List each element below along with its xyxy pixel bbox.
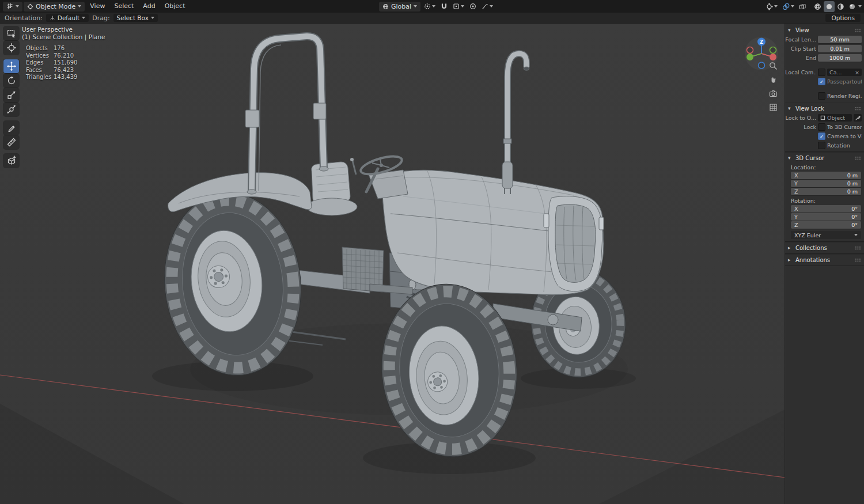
collapse-arrow-icon	[788, 28, 793, 33]
select-box-icon	[6, 28, 17, 39]
editor-type-button[interactable]	[3, 2, 22, 12]
collapse-arrow-icon	[788, 245, 793, 251]
proportional-falloff-dropdown[interactable]	[480, 1, 495, 12]
viewport-editor-icon	[6, 3, 13, 10]
magnet-icon	[441, 3, 448, 10]
ortho-grid-icon	[769, 103, 778, 112]
tool-select-box-button[interactable]	[3, 26, 19, 40]
render-region-label: Render Regi...	[827, 93, 862, 99]
section-annotations-header[interactable]: Annotations	[785, 255, 864, 264]
snap-target-dropdown[interactable]	[451, 1, 466, 12]
chevron-down-icon	[858, 5, 862, 7]
axes-icon	[50, 15, 55, 21]
section-3d-cursor-title: 3D Cursor	[795, 155, 824, 161]
stat-label: Edges	[26, 59, 52, 67]
orientation-label: Orientation:	[5, 14, 43, 22]
tool-annotate-button[interactable]	[3, 121, 19, 135]
passepartout-checkbox[interactable]	[818, 78, 825, 85]
local-camera-checkbox[interactable]	[818, 69, 825, 76]
menu-object[interactable]: Object	[161, 0, 190, 13]
hand-icon	[769, 75, 778, 84]
gizmo-x-axis[interactable]	[770, 54, 776, 60]
lock-to-object-field[interactable]: Object	[818, 114, 852, 122]
section-view-lock-header[interactable]: View Lock	[785, 104, 864, 113]
shading-material-button[interactable]	[835, 1, 846, 12]
section-view: View Focal Len... 50 mm Clip Start 0.01 …	[785, 25, 864, 103]
tool-measure-button[interactable]	[3, 135, 19, 149]
toggle-xray-button[interactable]	[797, 1, 808, 12]
local-camera-field[interactable]: Ca...	[827, 69, 862, 76]
eyedropper-icon[interactable]	[854, 114, 862, 122]
rotate-tool-icon	[6, 75, 17, 86]
clear-icon[interactable]	[855, 69, 859, 75]
shading-rendered-button[interactable]	[847, 1, 858, 12]
clip-end-field[interactable]: 1000 m	[818, 54, 862, 62]
show-gizmo-dropdown[interactable]	[764, 1, 779, 12]
tool-add-cube-button[interactable]	[3, 154, 19, 168]
options-button[interactable]: Options	[825, 14, 861, 22]
viewport-canvas[interactable]	[0, 24, 864, 504]
tool-scale-button[interactable]	[3, 88, 19, 102]
section-collections-header[interactable]: Collections	[785, 243, 864, 252]
annotate-tool-icon	[6, 123, 17, 133]
mode-label: Object Mode	[36, 3, 75, 10]
drag-grip-icon[interactable]	[855, 258, 861, 262]
lock-rotation-checkbox[interactable]	[818, 142, 825, 149]
tool-move-button[interactable]	[3, 59, 19, 73]
proportional-editing-toggle[interactable]	[468, 1, 478, 12]
render-region-checkbox[interactable]	[818, 92, 825, 100]
axis-label: Z	[794, 222, 798, 228]
section-3d-cursor: 3D Cursor Location: X 0 m Y 0 m Z 0 m Ro…	[785, 152, 864, 242]
cursor-rotation-y-field[interactable]: Y 0°	[791, 213, 861, 221]
show-overlays-icon	[782, 3, 790, 10]
local-camera-row: Local Cam... Ca...	[785, 68, 862, 77]
menu-add[interactable]: Add	[139, 0, 159, 13]
viewport-3d[interactable]: User Perspective (1) Scene Collection | …	[0, 24, 864, 504]
drag-grip-icon[interactable]	[855, 28, 861, 32]
tool-cursor-button[interactable]	[3, 41, 19, 55]
gizmo-z-label: Z	[760, 39, 763, 45]
pivot-point-icon	[424, 3, 431, 10]
pivot-point-dropdown[interactable]	[422, 1, 437, 12]
mode-dropdown[interactable]: Object Mode	[24, 2, 85, 12]
shading-solid-button[interactable]	[824, 1, 835, 12]
gizmo-y-axis[interactable]	[746, 54, 753, 60]
transform-orientation-dropdown[interactable]: Global	[379, 2, 420, 12]
lock-to-3d-cursor-checkbox[interactable]	[818, 123, 825, 131]
section-view-header[interactable]: View	[785, 25, 864, 35]
scene-statistics: Objects176 Vertices76,210 Edges151,690 F…	[26, 45, 77, 81]
cursor-location-y-field[interactable]: Y 0 m	[791, 180, 861, 187]
rotation-mode-dropdown[interactable]: XYZ Euler	[791, 231, 861, 239]
camera-view-button[interactable]	[768, 88, 778, 98]
gizmo-y-negative[interactable]	[770, 47, 776, 54]
drag-dropdown[interactable]: Select Box	[113, 14, 158, 22]
cursor-rotation-x-field[interactable]: X 0°	[791, 205, 861, 213]
cursor-location-z-field[interactable]: Z 0 m	[791, 188, 861, 195]
gizmo-z-negative[interactable]	[759, 62, 765, 69]
cursor-rotation-z-field[interactable]: Z 0°	[791, 221, 861, 229]
section-3d-cursor-header[interactable]: 3D Cursor	[785, 153, 864, 162]
stat-value: 76,423	[54, 67, 77, 74]
object-icon	[820, 115, 825, 120]
cursor-location-x-field[interactable]: X 0 m	[791, 172, 861, 179]
shading-wireframe-button[interactable]	[812, 1, 823, 12]
toggle-perspective-button[interactable]	[768, 102, 778, 112]
tool-transform-button[interactable]	[3, 103, 19, 116]
menu-view[interactable]: View	[86, 0, 109, 13]
orientation-dropdown[interactable]: Default	[46, 14, 89, 22]
menu-select[interactable]: Select	[110, 0, 138, 13]
zoom-button[interactable]	[768, 60, 778, 71]
section-view-lock-title: View Lock	[795, 105, 824, 112]
tool-rotate-button[interactable]	[3, 74, 19, 88]
show-overlays-dropdown[interactable]	[780, 1, 796, 12]
drag-grip-icon[interactable]	[855, 156, 861, 160]
snap-toggle[interactable]	[439, 1, 449, 12]
lock-to-object-value: Object	[827, 115, 845, 121]
drag-grip-icon[interactable]	[855, 107, 861, 111]
focal-length-field[interactable]: 50 mm	[818, 36, 862, 43]
gizmo-x-negative[interactable]	[747, 47, 753, 54]
camera-to-view-checkbox[interactable]	[818, 132, 825, 140]
clip-start-field[interactable]: 0.01 m	[818, 45, 862, 52]
pan-button[interactable]	[768, 74, 778, 85]
drag-grip-icon[interactable]	[855, 246, 861, 250]
